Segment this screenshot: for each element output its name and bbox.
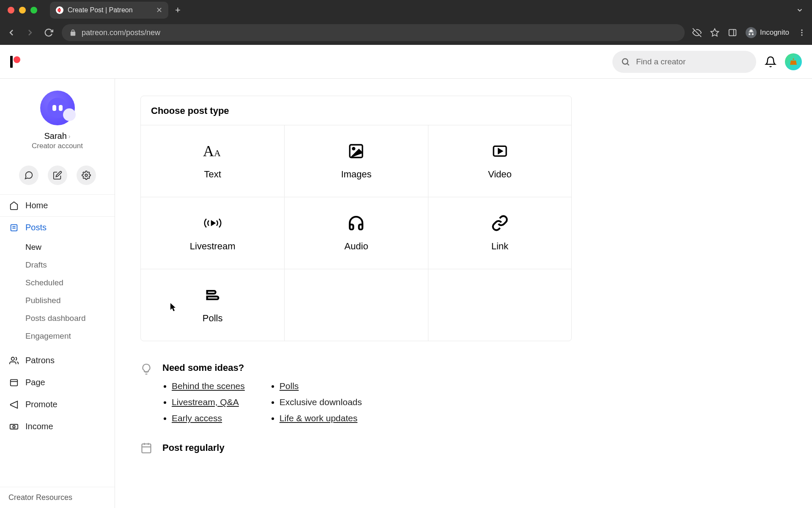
nav-posts[interactable]: Posts <box>0 216 115 238</box>
svg-line-8 <box>627 64 629 65</box>
svg-point-21 <box>353 147 355 149</box>
nav-posts-drafts[interactable]: Drafts <box>0 256 115 274</box>
quick-actions <box>0 166 115 185</box>
post-type-video[interactable]: Video <box>428 125 571 197</box>
search-field[interactable]: Find a creator <box>612 51 756 73</box>
svg-point-4 <box>801 30 802 31</box>
traffic-lights <box>8 7 37 14</box>
patrons-icon <box>9 356 19 365</box>
text-icon: AA <box>203 143 222 160</box>
post-type-livestream[interactable]: Livestream <box>141 197 284 269</box>
page-icon <box>9 378 19 387</box>
incognito-icon <box>746 27 757 38</box>
svg-point-17 <box>13 425 15 428</box>
post-type-card: Choose post type AA Text Images <box>140 96 572 341</box>
window-maximize-button[interactable] <box>30 7 37 14</box>
forward-button[interactable] <box>25 27 36 38</box>
svg-rect-16 <box>10 424 18 429</box>
browser-menu-icon[interactable] <box>798 28 806 37</box>
creator-name: Sarah <box>44 131 66 141</box>
nav-posts-dashboard[interactable]: Posts dashboard <box>0 309 115 327</box>
browser-tab[interactable]: Create Post | Patreon ✕ <box>50 2 168 19</box>
idea-polls[interactable]: Polls <box>280 381 299 391</box>
creator-name-row: Sarah › <box>44 131 70 141</box>
ideas-lists: Behind the scenes Livestream, Q&A Early … <box>162 381 362 429</box>
svg-point-13 <box>11 357 14 360</box>
ideas-title: Need some ideas? <box>162 362 362 373</box>
window-minimize-button[interactable] <box>19 7 26 14</box>
sidebar: Sarah › Creator account Home Posts <box>0 79 115 508</box>
nav-posts-published[interactable]: Published <box>0 292 115 309</box>
search-placeholder: Find a creator <box>636 57 686 66</box>
post-type-text[interactable]: AA Text <box>141 125 284 197</box>
reload-button[interactable] <box>43 27 54 38</box>
polls-icon <box>204 287 221 304</box>
idea-livestream-qa[interactable]: Livestream, Q&A <box>172 397 239 407</box>
svg-marker-24 <box>211 221 215 225</box>
notifications-icon[interactable] <box>765 56 776 68</box>
nav-home[interactable]: Home <box>0 194 115 216</box>
creator-resources-link[interactable]: Creator Resources <box>0 487 115 508</box>
svg-marker-23 <box>498 149 502 153</box>
post-regularly-section: Post regularly <box>140 442 787 454</box>
nav-promote[interactable]: Promote <box>0 393 115 415</box>
post-type-polls[interactable]: Polls <box>141 269 284 341</box>
nav-posts-engagement[interactable]: Engagement <box>0 327 115 345</box>
new-tab-button[interactable]: + <box>173 5 183 16</box>
back-button[interactable] <box>6 27 17 38</box>
incognito-chip[interactable]: Incognito <box>746 27 789 38</box>
svg-point-7 <box>623 58 628 64</box>
window-close-button[interactable] <box>8 7 14 14</box>
search-icon <box>621 57 630 66</box>
lightbulb-icon <box>140 363 152 375</box>
star-icon[interactable] <box>710 28 719 37</box>
nav-list: Home Posts New Drafts Scheduled Publishe… <box>0 194 115 437</box>
post-type-empty <box>428 269 571 341</box>
images-icon <box>348 143 365 160</box>
svg-text:A: A <box>203 143 214 160</box>
post-regularly-title: Post regularly <box>162 442 225 453</box>
svg-point-9 <box>85 174 88 177</box>
nav-income[interactable]: Income <box>0 415 115 437</box>
settings-button[interactable] <box>77 166 96 185</box>
idea-behind-scenes[interactable]: Behind the scenes <box>172 381 245 391</box>
svg-marker-1 <box>711 29 719 36</box>
audio-icon <box>348 215 365 232</box>
compose-button[interactable] <box>48 166 67 185</box>
post-type-empty <box>284 269 428 341</box>
url-field[interactable]: patreon.com/posts/new <box>62 24 685 41</box>
creator-block[interactable]: Sarah › Creator account <box>0 87 115 158</box>
idea-early-access[interactable]: Early access <box>172 413 222 423</box>
home-icon <box>9 201 19 210</box>
close-tab-icon[interactable]: ✕ <box>156 6 162 15</box>
post-type-link[interactable]: Link <box>428 197 571 269</box>
tabs-dropdown-icon[interactable] <box>796 6 804 14</box>
nav-posts-scheduled[interactable]: Scheduled <box>0 274 115 292</box>
mouse-cursor <box>170 303 177 312</box>
chat-button[interactable] <box>19 166 38 185</box>
patreon-logo[interactable] <box>10 56 20 68</box>
nav-page[interactable]: Page <box>0 371 115 393</box>
svg-rect-25 <box>142 444 151 453</box>
nav-patrons[interactable]: Patrons <box>0 349 115 371</box>
post-type-audio[interactable]: Audio <box>284 197 428 269</box>
nav-posts-new[interactable]: New <box>0 238 115 256</box>
patreon-favicon <box>56 6 63 14</box>
ideas-section: Need some ideas? Behind the scenes Lives… <box>140 362 572 429</box>
user-avatar[interactable] <box>785 53 802 70</box>
idea-life-work[interactable]: Life & work updates <box>280 413 357 423</box>
video-icon <box>491 143 508 160</box>
post-type-images[interactable]: Images <box>284 125 428 197</box>
eye-off-icon[interactable] <box>692 28 702 37</box>
svg-rect-14 <box>11 379 18 386</box>
chevron-right-icon: › <box>69 133 71 140</box>
url-text: patreon.com/posts/new <box>82 28 160 37</box>
calendar-icon <box>140 442 152 454</box>
lock-icon <box>69 29 77 36</box>
app-body: Sarah › Creator account Home Posts <box>0 79 812 508</box>
post-type-grid: AA Text Images Video <box>141 125 571 341</box>
browser-chrome: Create Post | Patreon ✕ + patreon.com/po… <box>0 0 812 45</box>
main-content: Choose post type AA Text Images <box>115 79 812 508</box>
panel-icon[interactable] <box>728 28 737 37</box>
creator-avatar <box>40 91 75 125</box>
